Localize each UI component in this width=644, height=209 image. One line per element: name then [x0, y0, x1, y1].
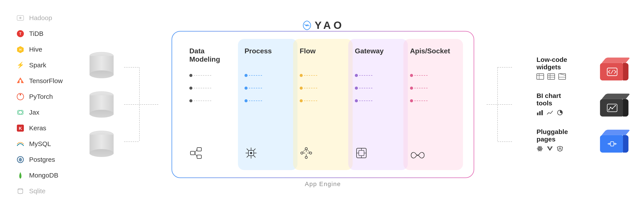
- sidebar-item-keras: K Keras: [16, 123, 72, 133]
- react-icon: [536, 146, 543, 153]
- svg-point-37: [250, 152, 252, 154]
- sidebar-item-pytorch: PyTorch: [16, 92, 72, 101]
- tensorflow-label: TensorFlow: [29, 77, 62, 85]
- svg-rect-71: [537, 113, 538, 115]
- spark-icon: ⚡: [16, 60, 25, 70]
- bracket-connector: [124, 50, 159, 159]
- svg-rect-49: [359, 150, 364, 156]
- svg-rect-25: [197, 155, 202, 159]
- sqlite-label: Sqlite: [29, 187, 46, 195]
- svg-point-76: [608, 109, 609, 110]
- keras-icon: K: [16, 123, 25, 133]
- pluggable-text: Pluggablepages: [536, 128, 591, 153]
- panel-flow: Flow: [293, 39, 353, 170]
- svg-line-27: [195, 153, 197, 157]
- svg-text:H: H: [19, 48, 22, 51]
- tidb-label: TiDB: [29, 30, 44, 37]
- svg-rect-72: [539, 111, 541, 115]
- svg-rect-62: [548, 74, 555, 79]
- svg-point-83: [539, 148, 540, 149]
- mysql-label: MySQL: [29, 140, 51, 148]
- cylinder-2: [90, 91, 114, 118]
- apis-icon: [410, 149, 456, 162]
- app-engine-label: App Engine: [305, 181, 341, 188]
- process-dots: [244, 74, 262, 102]
- data-modeling-title: DataModeling: [189, 47, 236, 64]
- mongodb-icon: [16, 171, 25, 180]
- gateway-title: Gateway: [355, 47, 401, 55]
- sidebar-item-hadoop: Hadoop: [16, 13, 72, 23]
- svg-marker-86: [557, 146, 562, 151]
- sidebar-item-mysql: MySQL: [16, 139, 72, 149]
- tensorflow-icon: [16, 76, 25, 86]
- postgres-label: Postgres: [29, 156, 55, 163]
- box-3d-lowcode: [600, 56, 628, 80]
- yao-logo: YAO: [302, 19, 344, 31]
- left-sidebar: Hadoop T TiDB H Hive ⚡: [16, 13, 72, 196]
- box-3d-pluggable: [600, 129, 628, 153]
- svg-text:K: K: [19, 126, 22, 131]
- flow-dots: [300, 74, 317, 102]
- svg-line-34: [254, 149, 256, 150]
- right-item-bi: BI charttools: [536, 92, 628, 117]
- cylinder-2-bottom: [90, 110, 114, 118]
- bi-text: BI charttools: [536, 92, 591, 117]
- data-modeling-dots: [189, 74, 211, 102]
- postgres-icon: [16, 155, 25, 164]
- hadoop-icon: [16, 13, 25, 23]
- svg-rect-24: [197, 148, 202, 151]
- vue-icon: [546, 146, 553, 153]
- gateway-dots: [355, 74, 372, 102]
- lowcode-icon-3: [558, 73, 566, 81]
- pluggable-icons: [536, 146, 591, 153]
- sidebar-item-mongodb: MongoDB: [16, 171, 72, 180]
- main-container: Hadoop T TiDB H Hive ⚡: [16, 6, 628, 203]
- bi-icon-line: [546, 110, 553, 117]
- bi-icon-bar: [536, 110, 543, 117]
- svg-rect-23: [190, 151, 195, 155]
- data-modeling-icon: [189, 147, 236, 162]
- svg-text:⚡: ⚡: [17, 61, 24, 69]
- cylinder-1-bottom: [90, 70, 114, 78]
- svg-line-70: [611, 70, 613, 73]
- bi-title: BI charttools: [536, 92, 591, 107]
- pytorch-label: PyTorch: [29, 93, 53, 100]
- apis-title: Apis/Socket: [410, 47, 456, 55]
- svg-rect-73: [541, 110, 543, 115]
- sidebar-item-sqlite: Sqlite: [16, 186, 72, 196]
- svg-point-38: [301, 152, 303, 154]
- svg-line-26: [195, 149, 197, 153]
- spark-label: Spark: [29, 61, 46, 69]
- svg-point-1: [19, 17, 22, 19]
- bi-icons: [536, 110, 591, 117]
- box-top-dark: [602, 94, 630, 99]
- center-diagram: YAO DataModeling: [170, 19, 476, 190]
- hadoop-label: Hadoop: [29, 14, 52, 22]
- box-side-red: [623, 63, 628, 80]
- svg-marker-84: [547, 147, 553, 151]
- box-front-blue: [600, 135, 624, 153]
- jax-label: Jax: [29, 109, 40, 116]
- panel-data-modeling: DataModeling: [183, 39, 242, 170]
- lowcode-text: Low-codewidgets: [536, 56, 591, 81]
- pytorch-icon: [16, 92, 25, 101]
- svg-point-22: [306, 24, 308, 26]
- panel-gateway: Gateway: [348, 39, 408, 170]
- svg-line-47: [307, 150, 310, 152]
- process-icon: [244, 147, 291, 162]
- mongodb-label: MongoDB: [29, 172, 58, 179]
- svg-point-10: [20, 94, 21, 96]
- box-side-blue: [623, 135, 628, 153]
- svg-line-33: [247, 149, 248, 150]
- sidebar-item-hive: H Hive: [16, 45, 72, 54]
- svg-line-35: [247, 156, 248, 157]
- sidebar-item-jax: Jax: [16, 108, 72, 117]
- lowcode-icon-2: [548, 73, 555, 81]
- svg-point-79: [615, 105, 616, 106]
- keras-label: Keras: [29, 124, 46, 132]
- flow-icon: [300, 147, 346, 162]
- right-bracket-connector: [486, 50, 513, 159]
- sidebar-item-postgres: Postgres: [16, 155, 72, 164]
- box-side-dark: [623, 99, 628, 117]
- sidebar-item-tidb: T TiDB: [16, 29, 72, 38]
